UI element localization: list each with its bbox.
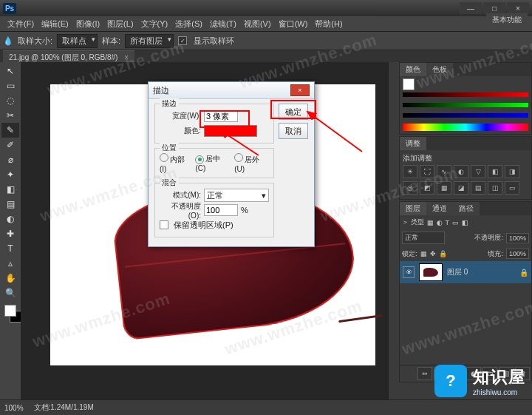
link-layers-icon[interactable]: ⇔ [417, 367, 432, 380]
maximize-button[interactable]: □ [483, 2, 505, 14]
spectrum-bar[interactable] [403, 124, 528, 131]
g-slider[interactable] [403, 100, 528, 110]
fill-input[interactable]: 100% [506, 249, 529, 259]
tab-paths[interactable]: 路径 [453, 202, 480, 215]
dialog-titlebar[interactable]: 描边 × [149, 82, 314, 99]
adj-levels-icon[interactable]: ⛶ [420, 165, 434, 178]
tab-color[interactable]: 颜色 [400, 63, 426, 76]
leaf-stem [338, 314, 383, 323]
tab-adjustments[interactable]: 调整 [400, 137, 426, 150]
filter-smart-icon[interactable]: ◧ [462, 219, 468, 226]
adj-posterize-icon[interactable]: ▤ [471, 181, 485, 195]
r-slider[interactable] [403, 90, 528, 100]
tab-layers[interactable]: 图层 [400, 202, 426, 215]
stroke-color-swatch[interactable] [204, 125, 257, 137]
tool-pen[interactable]: ✚ [1, 226, 19, 241]
tool-eraser[interactable]: ▤ [1, 197, 19, 212]
adj-invert-icon[interactable]: ◪ [454, 181, 468, 195]
mini-fg-swatch[interactable] [403, 78, 415, 90]
tool-crop[interactable]: ✂ [1, 108, 19, 123]
show-ring-checkbox[interactable]: ✓ [178, 36, 187, 45]
adj-channel-mixer-icon[interactable]: ◩ [420, 181, 434, 195]
filter-adjust-icon[interactable]: ◐ [437, 219, 443, 226]
mode-label: 模式(M): [160, 190, 201, 200]
sample-select[interactable]: 所有图层 [125, 34, 174, 48]
tab-swatch[interactable]: 色板 [426, 63, 453, 76]
fill-label: 填充: [488, 249, 503, 259]
menu-help[interactable]: 帮助(H) [312, 17, 345, 31]
filter-pixel-icon[interactable]: ▦ [427, 219, 434, 226]
menu-file[interactable]: 文件(F) [4, 17, 37, 31]
doc-size[interactable]: 文档:1.24M/1.19M [34, 402, 94, 413]
adj-exposure-icon[interactable]: ◐ [454, 165, 468, 178]
tool-lasso[interactable]: ◌ [1, 93, 19, 108]
radio-inside[interactable] [160, 153, 168, 162]
menu-filter[interactable]: 滤镜(T) [207, 17, 239, 31]
adj-bw-icon[interactable]: ◨ [505, 165, 519, 178]
group-stroke-title: 描边 [160, 98, 179, 109]
filter-type-icon[interactable]: T [446, 219, 450, 226]
radio-outside[interactable] [234, 153, 243, 162]
dlg-opacity-input[interactable] [204, 204, 238, 216]
menu-view[interactable]: 视图(V) [241, 17, 274, 31]
tool-gradient[interactable]: ◧ [1, 182, 19, 197]
lock-position-icon[interactable]: ✥ [430, 250, 436, 257]
width-input[interactable] [204, 110, 238, 122]
tab-channels[interactable]: 通道 [426, 202, 453, 215]
document-tab-close[interactable]: × [124, 53, 129, 61]
tool-brush[interactable]: ✐ [1, 138, 19, 152]
color-swatches[interactable] [4, 305, 16, 328]
sample-size-select[interactable]: 取样点 [57, 34, 98, 48]
mode-select[interactable]: 正常▾ [204, 189, 269, 202]
menu-layer[interactable]: 图层(L) [104, 17, 136, 31]
layer-row[interactable]: 👁 图层 0 🔒 [400, 261, 531, 283]
layer-name[interactable]: 图层 0 [447, 267, 468, 277]
adj-curves-icon[interactable]: ∿ [437, 165, 451, 178]
adj-brightness-icon[interactable]: ☀ [403, 165, 417, 178]
foreground-swatch[interactable] [4, 305, 16, 317]
layer-visibility-icon[interactable]: 👁 [403, 266, 415, 278]
adj-vibrance-icon[interactable]: ▽ [471, 165, 485, 178]
lock-all-icon[interactable]: 🔒 [439, 250, 447, 257]
ok-button[interactable]: 确定 [279, 104, 308, 120]
radio-center[interactable] [195, 155, 204, 164]
layer-thumbnail[interactable] [419, 263, 443, 281]
adjustments-panel: 调整 添加调整 ☀ ⛶ ∿ ◐ ▽ ◧ ◨ ◎ ◩ ▦ ◪ ▤ [399, 136, 532, 200]
adj-color-lookup-icon[interactable]: ▦ [437, 181, 451, 195]
close-button[interactable]: × [507, 2, 529, 14]
menu-image[interactable]: 图像(I) [73, 17, 103, 31]
tool-shape[interactable]: ▵ [1, 256, 19, 271]
tool-stamp[interactable]: ✦ [1, 167, 19, 182]
adj-gradient-map-icon[interactable]: ▭ [505, 181, 519, 195]
brand-badge: ? 知识屋 zhishiwu.com [434, 365, 526, 397]
minimize-button[interactable]: — [460, 2, 482, 14]
dialog-close-button[interactable]: × [290, 84, 310, 96]
tool-heal[interactable]: ⌀ [1, 152, 19, 167]
menu-window[interactable]: 窗口(W) [276, 17, 311, 31]
document-tab-title: 21.jpg @ 100% (图层 0, RGB/8#) [9, 53, 117, 61]
adj-hue-icon[interactable]: ◧ [488, 165, 502, 178]
menu-select[interactable]: 选择(S) [172, 17, 205, 31]
adj-threshold-icon[interactable]: ◫ [488, 181, 502, 195]
b-slider[interactable] [403, 110, 528, 121]
tool-eyedropper[interactable]: ✎ [1, 123, 19, 138]
menu-type[interactable]: 文字(Y) [138, 17, 171, 31]
tool-move[interactable]: ↖ [1, 64, 19, 78]
tool-type[interactable]: T [1, 241, 19, 256]
opacity-input[interactable]: 100% [506, 233, 529, 243]
adj-photo-filter-icon[interactable]: ◎ [403, 181, 417, 195]
tool-hand[interactable]: ✋ [1, 271, 19, 286]
blend-mode-select[interactable]: 正常 [402, 232, 445, 244]
preserve-transparency-checkbox[interactable] [160, 220, 168, 229]
eyedropper-icon[interactable]: 💧 [3, 36, 13, 46]
menu-edit[interactable]: 编辑(E) [38, 17, 72, 31]
tool-dodge[interactable]: ◐ [1, 212, 19, 226]
panel-dock-collapsed[interactable] [388, 62, 399, 400]
cancel-button[interactable]: 取消 [279, 123, 308, 139]
filter-shape-icon[interactable]: ▭ [452, 219, 459, 226]
tool-marquee[interactable]: ▭ [1, 78, 19, 93]
workspace-switcher[interactable]: 基本功能 [486, 13, 528, 27]
tool-zoom[interactable]: 🔍 [1, 286, 19, 300]
lock-pixels-icon[interactable]: ▦ [420, 250, 427, 257]
zoom-level[interactable]: 100% [4, 404, 24, 412]
